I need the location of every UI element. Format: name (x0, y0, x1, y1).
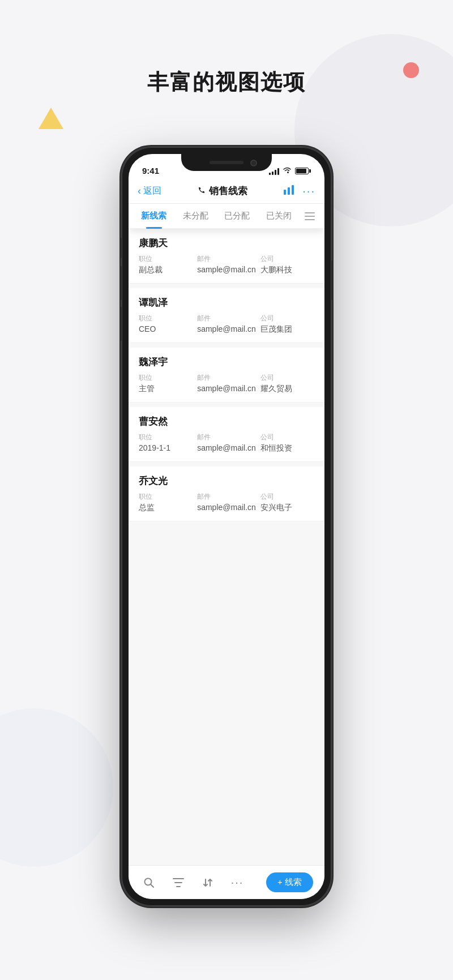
nav-title: 销售线索 (198, 185, 247, 198)
position-label: 职位 (139, 254, 193, 264)
menu-line-2 (305, 216, 315, 217)
email-label: 邮件 (197, 254, 256, 264)
add-lead-button[interactable]: + 线索 (266, 872, 313, 892)
tab-unassigned-label: 未分配 (183, 211, 208, 221)
contact-fields: 职位 副总裁 邮件 sample@mail.cn 公司 大鹏科技 (139, 254, 314, 275)
svg-rect-0 (284, 190, 286, 195)
signal-bar-4 (277, 168, 279, 175)
signal-bar-1 (269, 173, 271, 175)
company-value: 和恒投资 (260, 443, 314, 453)
email-label: 邮件 (197, 492, 256, 502)
contact-name: 乔文光 (139, 474, 314, 487)
notch-speaker (210, 161, 243, 164)
position-value: 2019-1-1 (139, 443, 193, 452)
volume-down-button (119, 307, 122, 341)
list-item[interactable]: 乔文光 职位 总监 邮件 sample@mail.cn 公司 安兴电子 (129, 467, 324, 521)
bg-decoration-triangle (39, 108, 63, 129)
phone-screen: 9:41 (129, 154, 324, 899)
phone-icon (198, 186, 206, 196)
email-value: sample@mail.cn (197, 324, 256, 333)
power-button (331, 260, 334, 300)
bg-decoration-circle-bottom (0, 708, 113, 867)
position-label: 职位 (139, 373, 193, 383)
notch (181, 154, 272, 171)
status-icons (269, 166, 311, 176)
contact-fields: 职位 总监 邮件 sample@mail.cn 公司 安兴电子 (139, 492, 314, 513)
signal-icon (269, 168, 279, 175)
email-label: 邮件 (197, 373, 256, 383)
company-value: 耀久贸易 (260, 384, 314, 394)
company-label: 公司 (260, 254, 314, 264)
list-item[interactable]: 谭凯泽 职位 CEO 邮件 sample@mail.cn 公司 巨茂集团 (129, 288, 324, 343)
page-title: 丰富的视图选项 (0, 68, 453, 97)
menu-line-3 (305, 219, 315, 220)
menu-line-1 (305, 212, 315, 213)
nav-back-button[interactable]: ‹ 返回 (138, 185, 161, 197)
list-item[interactable]: 魏泽宇 职位 主管 邮件 sample@mail.cn 公司 耀久贸易 (129, 348, 324, 403)
tab-active-indicator (146, 227, 162, 229)
list-item[interactable]: 康鹏天 职位 副总裁 邮件 sample@mail.cn 公司 大鹏科技 (129, 229, 324, 284)
contact-name: 魏泽宇 (139, 356, 314, 369)
position-label: 职位 (139, 433, 193, 442)
company-label: 公司 (260, 373, 314, 383)
tab-assigned-label: 已分配 (224, 211, 250, 221)
company-value: 大鹏科技 (260, 265, 314, 275)
tab-closed[interactable]: 已关闭 (258, 204, 300, 229)
contact-fields: 职位 主管 邮件 sample@mail.cn 公司 耀久贸易 (139, 373, 314, 394)
email-label: 邮件 (197, 433, 256, 442)
contact-list: 康鹏天 职位 副总裁 邮件 sample@mail.cn 公司 大鹏科技 (129, 229, 324, 865)
email-value: sample@mail.cn (197, 265, 256, 274)
email-label: 邮件 (197, 314, 256, 323)
tab-menu-icon[interactable] (300, 204, 320, 229)
company-label: 公司 (260, 492, 314, 502)
contact-name: 曹安然 (139, 415, 314, 428)
back-chevron-icon: ‹ (138, 185, 141, 197)
email-value: sample@mail.cn (197, 443, 256, 452)
more-icon[interactable]: ··· (302, 185, 315, 198)
tab-new-leads-label: 新线索 (141, 211, 166, 221)
position-value: 总监 (139, 503, 193, 513)
nav-back-label: 返回 (143, 185, 161, 197)
svg-line-4 (151, 884, 153, 887)
company-value: 巨茂集团 (260, 324, 314, 335)
company-label: 公司 (260, 314, 314, 323)
tab-bar: 新线索 未分配 已分配 已关闭 (129, 204, 324, 229)
tab-closed-label: 已关闭 (266, 211, 292, 221)
filter-button[interactable] (169, 874, 187, 892)
position-value: 主管 (139, 384, 193, 394)
tab-unassigned[interactable]: 未分配 (175, 204, 217, 229)
position-value: CEO (139, 324, 193, 333)
company-value: 安兴电子 (260, 503, 314, 513)
bottom-toolbar: ··· + 线索 (129, 865, 324, 899)
position-label: 职位 (139, 492, 193, 502)
battery-icon (295, 168, 311, 174)
svg-rect-2 (292, 185, 294, 195)
list-item[interactable]: 曹安然 职位 2019-1-1 邮件 sample@mail.cn 公司 和恒投… (129, 407, 324, 462)
contact-name: 谭凯泽 (139, 296, 314, 309)
signal-bar-2 (272, 172, 273, 175)
nav-bar: ‹ 返回 销售线索 ··· (129, 179, 324, 204)
company-label: 公司 (260, 433, 314, 442)
svg-rect-1 (288, 187, 290, 195)
nav-title-text: 销售线索 (209, 185, 247, 198)
mute-button (119, 238, 122, 258)
volume-up-button (119, 266, 122, 300)
email-value: sample@mail.cn (197, 384, 256, 393)
signal-bar-3 (275, 170, 276, 175)
sort-button[interactable] (199, 874, 217, 892)
tab-bar-container: 新线索 未分配 已分配 已关闭 (129, 204, 324, 229)
more-button[interactable]: ··· (228, 874, 246, 892)
nav-actions: ··· (283, 185, 315, 198)
contact-fields: 职位 CEO 邮件 sample@mail.cn 公司 巨茂集团 (139, 314, 314, 335)
notch-camera (250, 160, 257, 166)
position-value: 副总裁 (139, 265, 193, 275)
search-button[interactable] (140, 874, 158, 892)
chart-icon[interactable] (283, 185, 294, 198)
wifi-icon (283, 166, 292, 176)
contact-name: 康鹏天 (139, 237, 314, 250)
position-label: 职位 (139, 314, 193, 323)
contact-fields: 职位 2019-1-1 邮件 sample@mail.cn 公司 和恒投资 (139, 433, 314, 453)
tab-new-leads[interactable]: 新线索 (133, 204, 175, 229)
tab-assigned[interactable]: 已分配 (216, 204, 258, 229)
email-value: sample@mail.cn (197, 503, 256, 512)
